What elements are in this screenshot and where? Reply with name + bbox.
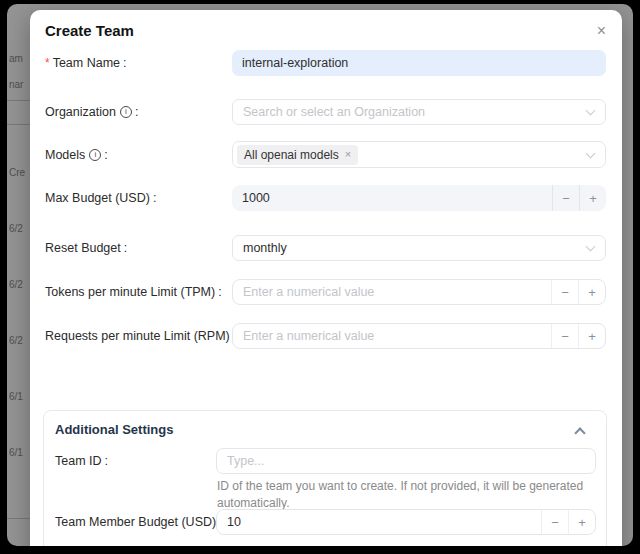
info-icon: i [120,106,132,118]
field-row-team-name: * Team Name : [30,50,622,76]
tag-close-icon[interactable]: × [345,149,351,160]
tpm-label: Tokens per minute Limit (TPM) : [45,279,222,305]
member-budget-input[interactable] [217,510,541,534]
backdrop-text-fragment: 6/1 [9,391,23,402]
increment-button[interactable]: + [578,324,605,348]
collapse-chevron-up-icon[interactable] [574,427,585,438]
models-label-text: Models [45,148,85,162]
max-budget-label-text: Max Budget (USD) [45,191,150,205]
team-name-label-text: Team Name [53,56,120,70]
rpm-label: Requests per minute Limit (RPM) : [45,323,236,349]
chevron-down-icon [586,148,596,158]
tpm-label-text: Tokens per minute Limit (TPM) [45,285,215,299]
backdrop-text-fragment: 6/2 [9,223,23,234]
label-colon: : [153,191,156,205]
backdrop-text-fragment: nar [9,79,23,90]
required-asterisk: * [45,56,50,70]
dimmed-page-backdrop: am nar Cre 6/2 6/2 6/2 6/1 6/1 Create Te… [7,4,633,546]
label-colon: : [135,105,138,119]
additional-settings-title: Additional Settings [55,422,173,437]
team-id-label-text: Team ID [55,454,102,468]
models-select[interactable]: All openai models × [232,141,606,168]
field-row-models: Models i : All openai models × [30,141,622,168]
max-budget-stepper: − + [232,185,606,211]
reset-budget-select[interactable]: monthly [232,235,606,261]
selected-model-tag: All openai models × [237,145,358,165]
label-colon: : [218,285,221,299]
member-budget-label: Team Member Budget (USD) ? : [55,509,239,535]
increment-button[interactable]: + [568,510,595,534]
reset-budget-label-text: Reset Budget [45,241,121,255]
chevron-down-icon [586,242,596,252]
field-row-rpm: Requests per minute Limit (RPM) : − + [30,323,622,349]
backdrop-divider [7,100,30,101]
label-colon: : [104,148,107,162]
selected-model-tag-text: All openai models [244,148,339,162]
reset-budget-label: Reset Budget : [45,235,127,261]
team-name-label: * Team Name : [45,50,127,76]
backdrop-divider [7,124,30,125]
tpm-input[interactable] [233,280,551,304]
backdrop-divider [7,518,30,519]
backdrop-text-fragment: am [9,53,23,64]
modal-title: Create Team [45,22,134,39]
label-colon: : [105,454,108,468]
increment-button[interactable]: + [579,185,606,211]
rpm-label-text: Requests per minute Limit (RPM) [45,329,230,343]
team-id-input[interactable] [216,448,596,474]
close-icon[interactable]: × [597,23,606,39]
increment-button[interactable]: + [578,280,605,304]
tpm-stepper: − + [232,279,606,305]
reset-budget-value: monthly [243,241,287,255]
organization-placeholder: Search or select an Organization [243,105,425,119]
rpm-stepper: − + [232,323,606,349]
field-row-reset-budget: Reset Budget : monthly [30,235,622,261]
chevron-down-icon [586,106,596,116]
member-budget-label-text: Team Member Budget (USD) [55,515,216,529]
decrement-button[interactable]: − [552,185,579,211]
organization-label-text: Organization [45,105,116,119]
models-label: Models i : [45,141,108,168]
decrement-button[interactable]: − [541,510,568,534]
decrement-button[interactable]: − [551,324,578,348]
organization-select[interactable]: Search or select an Organization [232,99,606,125]
label-colon: : [124,241,127,255]
info-icon: i [89,149,101,161]
organization-label: Organization i : [45,99,138,125]
backdrop-text-fragment: Cre [9,167,25,178]
additional-settings-section: Additional Settings Team ID : ID of the … [43,410,607,546]
max-budget-label: Max Budget (USD) : [45,185,156,211]
team-id-help-text: ID of the team you want to create. If no… [217,478,597,513]
team-name-input[interactable] [232,50,606,76]
backdrop-text-fragment: 6/1 [9,447,23,458]
rpm-input[interactable] [233,324,551,348]
backdrop-text-fragment: 6/2 [9,279,23,290]
team-id-label: Team ID : [55,448,108,474]
label-colon: : [123,56,126,70]
member-budget-stepper: − + [216,509,596,535]
field-row-tpm: Tokens per minute Limit (TPM) : − + [30,279,622,305]
backdrop-text-fragment: 6/2 [9,335,23,346]
create-team-modal: Create Team × * Team Name : Organization… [30,10,622,546]
field-row-max-budget: Max Budget (USD) : − + [30,185,622,211]
field-row-organization: Organization i : Search or select an Org… [30,99,622,125]
decrement-button[interactable]: − [551,280,578,304]
max-budget-input[interactable] [232,185,552,211]
